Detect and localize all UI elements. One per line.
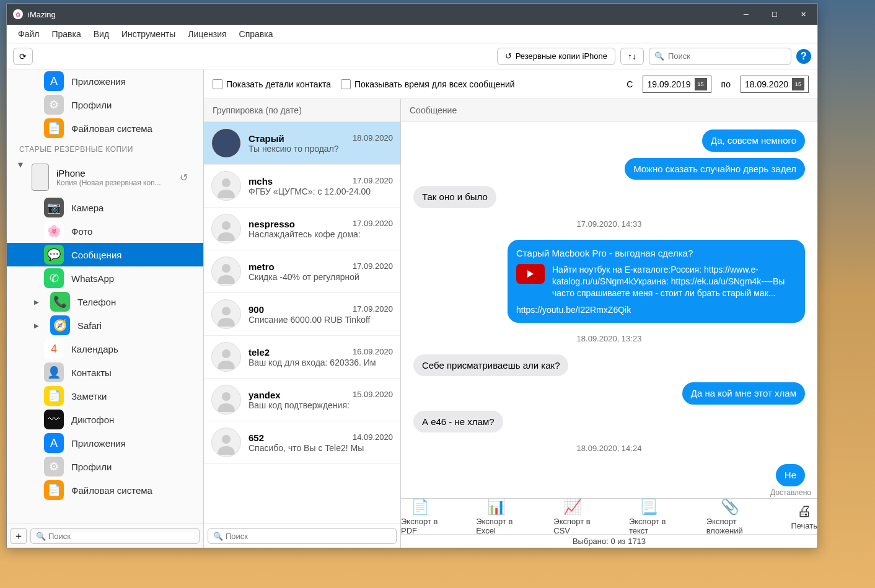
conversation-item[interactable]: 65214.09.2020Спасибо, что Вы с Tele2! Мы	[204, 421, 400, 464]
refresh-button[interactable]: ⟳	[13, 48, 33, 65]
conversation-item[interactable]: yandex15.09.2020Ваш код подтверждения:	[204, 379, 400, 421]
messages-list[interactable]: Да, совсем немногоМожно сказать случайно…	[401, 122, 817, 487]
sidebar-item-label: Сообщения	[71, 250, 121, 260]
show-time-checkbox[interactable]: Показывать время для всех сообщений	[341, 79, 515, 89]
conversation-list-wrap: Группировка (по дате) Старый18.09.2020Ты…	[204, 99, 401, 548]
sidebar-item[interactable]: 📄Файловая система	[7, 116, 203, 140]
sidebar-item-label: Файловая система	[71, 485, 152, 496]
excel-icon: 📊	[487, 498, 506, 516]
conv-group-header[interactable]: Группировка (по дате)	[204, 99, 400, 122]
search-box[interactable]: 🔍	[649, 48, 791, 65]
menu-tools[interactable]: Инструменты	[115, 27, 182, 42]
app-icon: 💬	[44, 245, 64, 265]
app-window: ✿ iMazing ─ ☐ ✕ Файл Правка Вид Инструме…	[6, 3, 818, 548]
conv-search[interactable]: 🔍	[208, 528, 397, 544]
export-csv[interactable]: 📈Экспорт в CSV	[553, 498, 592, 535]
sidebar-list[interactable]: AПриложения⚙Профили📄Файловая системаСТАР…	[7, 69, 203, 524]
app-icon: ⚙	[44, 95, 64, 115]
message-bubble[interactable]: Себе присматриваешь али как?	[413, 354, 568, 377]
avatar	[211, 257, 241, 286]
backup-button[interactable]: ↺ Резервные копии iPhone	[497, 48, 615, 65]
close-button[interactable]: ✕	[789, 4, 817, 25]
conv-name: mchs	[248, 176, 273, 186]
checkbox-label: Показать детали контакта	[226, 79, 331, 89]
menu-help[interactable]: Справка	[233, 27, 279, 42]
conversation-item[interactable]: 90017.09.2020Списание 6000.00 RUB Tinkof…	[204, 293, 400, 336]
minimize-button[interactable]: ─	[732, 4, 760, 25]
conv-name: 900	[248, 304, 264, 315]
menu-file[interactable]: Файл	[12, 27, 45, 42]
conversation-list[interactable]: Старый18.09.2020Ты нексию то продал?mchs…	[204, 122, 400, 524]
message-bubble[interactable]: Не	[776, 464, 805, 486]
sidebar-search[interactable]: 🔍	[30, 528, 200, 544]
sidebar-item-label: Файловая система	[71, 123, 152, 134]
search-input[interactable]	[668, 51, 786, 61]
sidebar-item[interactable]: 〰Диктофон	[7, 408, 203, 431]
svg-point-5	[222, 392, 231, 401]
sidebar-item[interactable]: 💬Сообщения	[7, 243, 203, 266]
print[interactable]: 🖨Печать	[791, 502, 817, 530]
conversation-item[interactable]: Старый18.09.2020Ты нексию то продал?	[204, 122, 400, 165]
body-area: AПриложения⚙Профили📄Файловая системаСТАР…	[7, 69, 817, 548]
sidebar-item[interactable]: 🌸Фото	[7, 219, 203, 243]
conv-preview: Скидка -40% от регулярной	[248, 272, 393, 282]
conv-date: 17.09.2020	[353, 219, 393, 229]
to-date-input[interactable]: 18.09.2020 15	[741, 76, 809, 93]
history-icon: ↺	[505, 51, 512, 61]
sidebar-device[interactable]: iPhone Копия (Новая резервная коп... ↺	[7, 159, 203, 196]
sidebar-item[interactable]: ▶📞Телефон	[7, 290, 203, 314]
sidebar-item[interactable]: 👤Контакты	[7, 361, 203, 384]
conversation-item[interactable]: tele216.09.2020Ваш код для входа: 620336…	[204, 336, 400, 379]
avatar	[211, 385, 241, 415]
conv-date: 18.09.2020	[353, 133, 393, 144]
sidebar-item[interactable]: ▶🧭Safari	[7, 314, 203, 337]
from-date-input[interactable]: 19.09.2019 15	[643, 76, 711, 93]
add-button[interactable]: ＋	[11, 528, 27, 544]
sidebar-item[interactable]: AПриложения	[7, 69, 203, 93]
checkbox-label: Показывать время для всех сообщений	[354, 79, 515, 89]
chevron-down-icon[interactable]: ▾	[18, 159, 23, 170]
export-text[interactable]: 📃Экспорт в текст	[629, 498, 669, 535]
avatar	[211, 214, 241, 244]
svg-point-2	[222, 264, 231, 273]
sidebar-item[interactable]: 📄Заметки	[7, 384, 203, 408]
sidebar-item-label: Камера	[71, 203, 103, 213]
sidebar-search-input[interactable]	[48, 532, 194, 541]
conversation-item[interactable]: metro17.09.2020Скидка -40% от регулярной	[204, 250, 400, 293]
conv-name: 652	[248, 432, 264, 443]
conv-search-input[interactable]	[226, 532, 391, 541]
export-attach[interactable]: 📎Экспорт вложений	[706, 498, 754, 535]
message-bubble[interactable]: Так оно и было	[413, 186, 496, 208]
conversation-area: Группировка (по дате) Старый18.09.2020Ты…	[204, 99, 817, 548]
message-bubble-rich[interactable]: Старый Macbook Pro - выгодная сделка? На…	[508, 240, 805, 323]
menu-view[interactable]: Вид	[87, 27, 115, 42]
sidebar-item[interactable]: 📄Файловая система	[7, 478, 203, 502]
sidebar-item[interactable]: ⚙Профили	[7, 93, 203, 116]
sidebar-item[interactable]: ✆WhatsApp	[7, 266, 203, 290]
conversation-item[interactable]: nespresso17.09.2020Наслаждайтесь кофе до…	[204, 208, 400, 250]
show-contact-checkbox[interactable]: Показать детали контакта	[213, 79, 331, 89]
sort-button[interactable]: ↑↓	[620, 48, 644, 65]
message-bubble[interactable]: Да, совсем немного	[702, 129, 805, 152]
app-icon: 4	[44, 339, 64, 359]
help-button[interactable]: ?	[796, 49, 811, 64]
export-pdf[interactable]: 📄Экспорт в PDF	[401, 498, 439, 535]
maximize-button[interactable]: ☐	[760, 4, 789, 25]
sidebar-item-label: Приложения	[71, 76, 126, 87]
sidebar-item[interactable]: 4Календарь	[7, 337, 203, 361]
sidebar-item[interactable]: 📷Камера	[7, 196, 203, 219]
app-icon: ✆	[44, 268, 64, 288]
menu-license[interactable]: Лицензия	[182, 27, 232, 42]
message-bubble[interactable]: А е46 - не хлам?	[413, 411, 503, 433]
sidebar-item[interactable]: AПриложения	[7, 431, 203, 455]
app-icon: A	[44, 71, 64, 91]
menu-edit[interactable]: Правка	[45, 27, 87, 42]
message-bubble[interactable]: Да на кой мне этот хлам	[682, 382, 805, 405]
sidebar-item-label: Приложения	[71, 438, 126, 449]
sidebar-item[interactable]: ⚙Профили	[7, 455, 203, 478]
message-bubble[interactable]: Можно сказать случайно дверь задел	[625, 158, 805, 180]
export-excel[interactable]: 📊Экспорт в Excel	[476, 498, 516, 535]
history-icon[interactable]: ↺	[176, 170, 191, 185]
conversation-item[interactable]: mchs17.09.2020ФГБУ «ЦУГМС»: с 12.00-24.0…	[204, 165, 400, 208]
conv-name: nespresso	[248, 219, 295, 229]
